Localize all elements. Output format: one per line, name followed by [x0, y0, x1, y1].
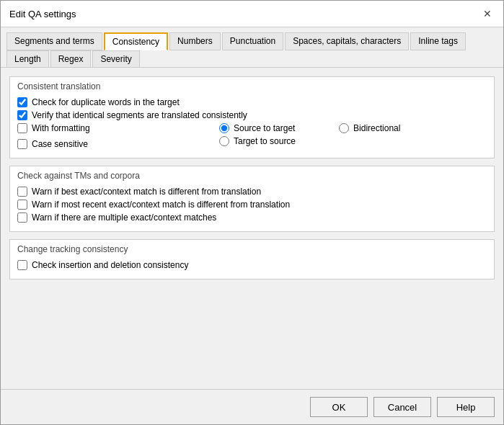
- warn-recent-checkbox[interactable]: [17, 200, 27, 210]
- source-to-target-row: Source to target: [219, 123, 296, 133]
- source-to-target-label[interactable]: Source to target: [234, 123, 295, 133]
- tab-spaces-capitals-characters[interactable]: Spaces, capitals, characters: [285, 32, 409, 50]
- content-area: Consistent translation Check for duplica…: [1, 68, 503, 389]
- insertion-deletion-checkbox[interactable]: [17, 260, 27, 270]
- with-formatting-label[interactable]: With formatting: [32, 123, 90, 133]
- case-sensitive-row: Case sensitive: [17, 139, 176, 149]
- identical-segments-row: Verify that identical segments are trans…: [17, 110, 487, 120]
- insertion-deletion-label[interactable]: Check insertion and deletion consistency: [32, 260, 188, 270]
- tms-corpora-label: Check against TMs and corpora: [10, 166, 494, 184]
- warn-recent-label[interactable]: Warn if most recent exact/context match …: [32, 200, 290, 210]
- tab-consistency[interactable]: Consistency: [104, 32, 168, 50]
- case-sensitive-label[interactable]: Case sensitive: [32, 139, 88, 149]
- identical-segments-label[interactable]: Verify that identical segments are trans…: [32, 110, 247, 120]
- source-to-target-radio[interactable]: [219, 123, 229, 133]
- warn-multiple-checkbox[interactable]: [17, 212, 27, 223]
- warn-recent-row: Warn if most recent exact/context match …: [17, 200, 487, 210]
- tab-length[interactable]: Length: [6, 50, 49, 68]
- title-bar: Edit QA settings ✕: [1, 1, 503, 27]
- consistent-translation-group: Consistent translation Check for duplica…: [9, 76, 495, 158]
- target-to-source-radio[interactable]: [219, 136, 229, 146]
- target-to-source-row: Target to source: [219, 136, 296, 146]
- consistent-translation-content: Check for duplicate words in the target …: [10, 94, 494, 158]
- duplicate-words-checkbox[interactable]: [17, 97, 27, 107]
- bidirectional-row: Bidirectional: [339, 123, 400, 133]
- tab-regex[interactable]: Regex: [50, 50, 92, 68]
- bidirectional-radio[interactable]: [339, 123, 349, 133]
- tab-punctuation[interactable]: Punctuation: [222, 32, 283, 50]
- tab-numbers[interactable]: Numbers: [169, 32, 221, 50]
- with-formatting-checkbox[interactable]: [17, 123, 27, 133]
- with-formatting-row: With formatting: [17, 123, 176, 133]
- change-tracking-group: Change tracking consistency Check insert…: [9, 239, 495, 279]
- consistent-translation-label: Consistent translation: [10, 77, 494, 94]
- warn-multiple-row: Warn if there are multiple exact/context…: [17, 212, 487, 223]
- dialog-title: Edit QA settings: [9, 9, 76, 19]
- tab-bar: Segments and terms Consistency Numbers P…: [1, 27, 503, 68]
- identical-segments-checkbox[interactable]: [17, 110, 27, 120]
- cancel-button[interactable]: Cancel: [373, 397, 431, 417]
- help-button[interactable]: Help: [437, 397, 495, 417]
- change-tracking-content: Check insertion and deletion consistency: [10, 257, 494, 279]
- tab-inline-tags[interactable]: Inline tags: [410, 32, 466, 50]
- warn-best-label[interactable]: Warn if best exact/context match is diff…: [32, 187, 261, 197]
- tms-corpora-content: Warn if best exact/context match is diff…: [10, 184, 494, 231]
- dialog: Edit QA settings ✕ Segments and terms Co…: [0, 0, 504, 425]
- insertion-deletion-row: Check insertion and deletion consistency: [17, 260, 487, 270]
- tab-severity[interactable]: Severity: [92, 50, 139, 68]
- warn-best-row: Warn if best exact/context match is diff…: [17, 187, 487, 197]
- close-button[interactable]: ✕: [480, 6, 495, 21]
- ok-button[interactable]: OK: [310, 397, 368, 417]
- bidirectional-label[interactable]: Bidirectional: [353, 123, 400, 133]
- tab-segments-and-terms[interactable]: Segments and terms: [6, 32, 102, 50]
- duplicate-words-row: Check for duplicate words in the target: [17, 97, 487, 107]
- warn-multiple-label[interactable]: Warn if there are multiple exact/context…: [32, 212, 216, 223]
- warn-best-checkbox[interactable]: [17, 187, 27, 197]
- tms-corpora-group: Check against TMs and corpora Warn if be…: [9, 166, 495, 232]
- target-to-source-label[interactable]: Target to source: [234, 136, 296, 146]
- change-tracking-label: Change tracking consistency: [10, 240, 494, 257]
- footer: OK Cancel Help: [1, 389, 503, 424]
- case-sensitive-checkbox[interactable]: [17, 139, 27, 149]
- duplicate-words-label[interactable]: Check for duplicate words in the target: [32, 97, 180, 107]
